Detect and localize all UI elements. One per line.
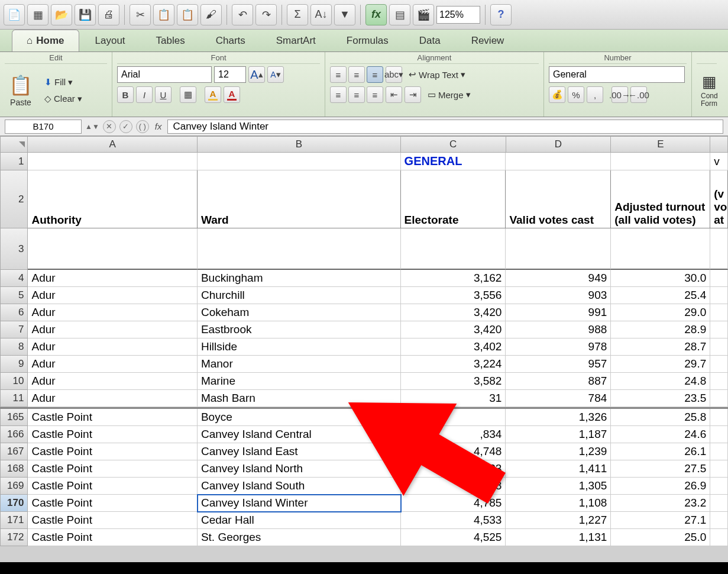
cell[interactable] (710, 338, 728, 356)
cell[interactable]: 1,227 (506, 512, 611, 529)
cell[interactable]: 31 (401, 390, 506, 407)
cell[interactable]: Castle Point (28, 478, 197, 495)
col-header-e[interactable]: E (611, 136, 710, 153)
cell[interactable]: 1,187 (506, 426, 611, 443)
cell[interactable]: St. Georges (198, 529, 401, 546)
align-left-icon[interactable]: ≡ (330, 86, 347, 103)
fill-color-icon[interactable]: A (205, 86, 221, 103)
col-header-a[interactable]: A (28, 136, 197, 153)
col-header-d[interactable]: D (506, 136, 611, 153)
tab-layout[interactable]: Layout (80, 30, 140, 51)
comma-icon[interactable]: , (587, 86, 603, 103)
cell[interactable]: 903 (506, 287, 611, 304)
print-icon[interactable]: 🖨 (98, 4, 119, 25)
font-color-icon[interactable]: A (224, 86, 240, 103)
italic-icon[interactable]: I (136, 86, 153, 103)
cell[interactable]: 25.8 (611, 409, 710, 426)
cell[interactable] (710, 443, 728, 460)
cell[interactable]: Adur (28, 373, 197, 390)
cell[interactable]: Adur (28, 304, 197, 321)
cell[interactable]: Buckingham (198, 270, 401, 287)
template-icon[interactable]: ▦ (27, 4, 48, 25)
save-icon[interactable]: 💾 (75, 4, 96, 25)
cell[interactable] (28, 153, 197, 170)
cell[interactable]: Castle Point (28, 529, 197, 546)
row-header[interactable]: 165 (0, 409, 28, 426)
cell[interactable]: Cokeham (198, 304, 401, 321)
cell[interactable]: 25.4 (611, 287, 710, 304)
cell[interactable]: 25.0 (611, 529, 710, 546)
cell[interactable] (710, 426, 728, 443)
wrap-text-button[interactable]: ↩Wrap Text ▾ (405, 67, 470, 82)
cell[interactable] (710, 409, 728, 426)
format-painter-icon[interactable]: 🖌 (200, 4, 222, 25)
cancel-formula-icon[interactable]: ✕ (103, 120, 116, 133)
shrink-font-icon[interactable]: A▾ (267, 66, 284, 83)
cell[interactable]: 3,556 (401, 287, 506, 304)
underline-icon[interactable]: U (155, 86, 172, 103)
paste-button[interactable]: 📋 Paste (5, 71, 37, 110)
autosum-icon[interactable]: Σ (287, 4, 308, 25)
cell[interactable]: GENERAL (401, 153, 506, 170)
row-header[interactable]: 172 (0, 529, 28, 546)
cell[interactable]: Electorate (401, 170, 506, 228)
tab-home[interactable]: ⌂Home (12, 30, 79, 51)
cell[interactable]: Marine (198, 373, 401, 390)
open-icon[interactable]: 📂 (51, 4, 72, 25)
cut-icon[interactable]: ✂ (130, 4, 151, 25)
cell[interactable]: 991 (506, 304, 611, 321)
border-icon[interactable]: ▦ (180, 86, 196, 103)
cell[interactable]: Boyce (198, 409, 401, 426)
cell[interactable]: 24.8 (611, 373, 710, 390)
cell[interactable]: Adur (28, 321, 197, 338)
cell[interactable] (506, 153, 611, 170)
row-header[interactable]: 7 (0, 321, 28, 338)
stepper-icon[interactable]: ▲▼ (85, 122, 99, 131)
cell[interactable]: v (710, 153, 728, 170)
row-header[interactable]: 11 (0, 390, 28, 407)
cell[interactable] (710, 304, 728, 321)
align-bottom-icon[interactable]: ≡ (367, 66, 383, 83)
cell[interactable]: Churchill (198, 287, 401, 304)
cell[interactable] (401, 228, 506, 270)
row-header[interactable]: 2 (0, 170, 28, 228)
cell[interactable] (710, 287, 728, 304)
cell[interactable]: 1,131 (506, 529, 611, 546)
align-center-icon[interactable]: ≡ (348, 86, 365, 103)
cell[interactable]: 4,525 (401, 529, 506, 546)
paste-icon[interactable]: 📋 (177, 4, 198, 25)
cell[interactable]: 4,748 (401, 443, 506, 460)
sort-icon[interactable]: A↓ (310, 4, 332, 25)
cell[interactable]: 784 (506, 390, 611, 407)
cell[interactable]: 28.7 (611, 338, 710, 356)
tab-review[interactable]: Review (457, 30, 519, 51)
cell[interactable] (401, 409, 506, 426)
bold-icon[interactable]: B (117, 86, 134, 103)
cell[interactable]: Authority (28, 170, 197, 228)
cell[interactable] (28, 228, 197, 270)
cell[interactable]: Castle Point (28, 426, 197, 443)
percent-icon[interactable]: % (568, 86, 584, 103)
formula-input[interactable] (167, 120, 723, 134)
cell[interactable]: 4,858 (401, 478, 506, 495)
filter-icon[interactable]: ▼ (334, 4, 355, 25)
align-right-icon[interactable]: ≡ (367, 86, 383, 103)
cell[interactable]: Castle Point (28, 443, 197, 460)
tab-charts[interactable]: Charts (201, 30, 260, 51)
zoom-combo[interactable] (436, 6, 480, 24)
row-header[interactable]: 6 (0, 304, 28, 321)
cell[interactable]: 29.7 (611, 356, 710, 373)
col-header-b[interactable]: B (198, 136, 401, 153)
orientation-icon[interactable]: abc▾ (386, 66, 402, 83)
cell[interactable]: Valid votes cast (506, 170, 611, 228)
tab-tables[interactable]: Tables (141, 30, 200, 51)
cell[interactable]: Adur (28, 356, 197, 373)
cell[interactable]: Canvey Island Central (198, 426, 401, 443)
media-icon[interactable]: 🎬 (413, 4, 434, 25)
tab-smartart[interactable]: SmartArt (261, 30, 331, 51)
number-format-combo[interactable] (549, 66, 685, 83)
align-middle-icon[interactable]: ≡ (348, 66, 365, 83)
cell[interactable]: 3,420 (401, 321, 506, 338)
cell[interactable]: 1,108 (506, 495, 611, 512)
cell[interactable]: 23.2 (611, 495, 710, 512)
